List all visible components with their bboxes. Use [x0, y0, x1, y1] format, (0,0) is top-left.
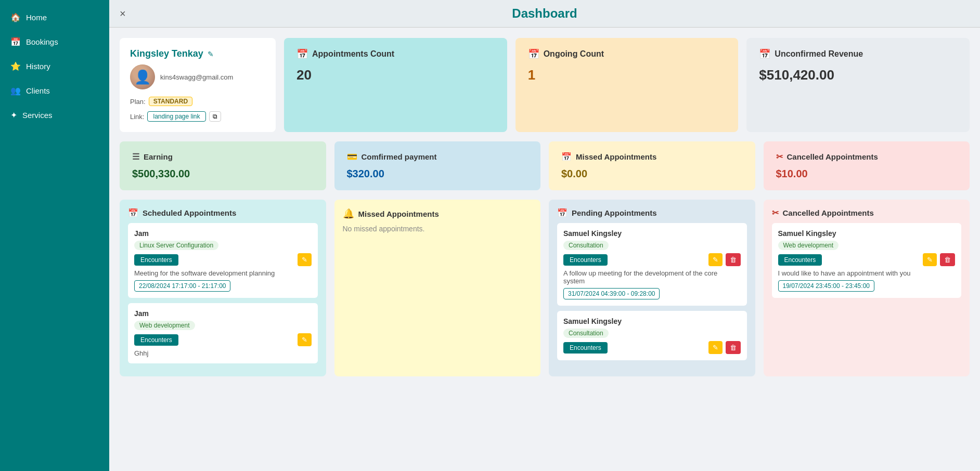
cancelled-appointments-value: $10.00: [776, 168, 958, 180]
header: × Dashboard: [109, 0, 980, 28]
pending-appt-edit-btn-0[interactable]: ✎: [708, 253, 723, 266]
scheduled-appt-row-1: Encounters ✎: [134, 333, 312, 346]
earning-label: Earning: [144, 152, 173, 161]
cancelled-appt-delete-btn-0[interactable]: 🗑: [940, 253, 955, 266]
sidebar-item-home[interactable]: 🏠 Home: [0, 5, 109, 30]
earning-title: ☰ Earning: [132, 152, 314, 162]
ongoing-count-card: 📅 Ongoing Count 1: [515, 38, 739, 132]
pending-appt-row-0: Encounters ✎ 🗑: [563, 253, 741, 266]
pending-appt-encounters-btn-1[interactable]: Encounters: [563, 342, 608, 354]
pending-appt-encounters-btn-0[interactable]: Encounters: [563, 254, 608, 266]
pending-appt-actions-1: ✎ 🗑: [708, 341, 741, 354]
cancelled-appt-time-0: 19/07/2024 23:45:00 - 23:45:00: [778, 280, 874, 292]
appointments-count-icon: 📅: [296, 48, 308, 60]
bookings-icon: 📅: [10, 37, 21, 47]
ongoing-count-value: 1: [528, 67, 726, 83]
appointments-count-card: 📅 Appointments Count 20: [284, 38, 507, 132]
unconfirmed-revenue-title: 📅 Unconfirmed Revenue: [759, 48, 957, 60]
pending-appt-actions-0: ✎ 🗑: [708, 253, 741, 266]
profile-details: kins4swagg@gmail.com: [160, 73, 233, 81]
sidebar-item-history[interactable]: ⭐ History: [0, 54, 109, 78]
scheduled-appt-edit-btn-1[interactable]: ✎: [298, 333, 312, 346]
copy-link-button[interactable]: ⧉: [209, 111, 221, 122]
unconfirmed-revenue-card: 📅 Unconfirmed Revenue $510,420.00: [746, 38, 970, 132]
profile-edit-icon[interactable]: ✎: [208, 50, 214, 58]
appointments-row: 📅 Scheduled Appointments Jam Linux Serve…: [120, 200, 970, 376]
confirmed-payment-icon: 💳: [347, 152, 357, 162]
scheduled-appt-encounters-btn-0[interactable]: Encounters: [134, 254, 178, 266]
scheduled-appt-row-0: Encounters ✎: [134, 253, 312, 266]
pending-appt-edit-btn-1[interactable]: ✎: [708, 341, 723, 354]
sidebar-item-bookings[interactable]: 📅 Bookings: [0, 30, 109, 54]
appointments-count-label: Appointments Count: [312, 49, 394, 59]
scheduled-appointments-icon: 📅: [128, 208, 138, 218]
pending-appt-row-1: Encounters ✎ 🗑: [563, 341, 741, 354]
pending-appt-delete-btn-1[interactable]: 🗑: [726, 341, 741, 354]
cancelled-appointments-icon: ✂: [776, 152, 783, 162]
landing-page-link-button[interactable]: landing page link: [147, 111, 205, 122]
cancelled-appointments-title: ✂ Cancelled Appointments: [776, 152, 958, 162]
sidebar-item-clients[interactable]: 👥 Clients: [0, 78, 109, 103]
unconfirmed-revenue-label: Unconfirmed Revenue: [775, 49, 863, 59]
cancelled-appointments-label: Cancelled Appointments: [787, 152, 878, 161]
no-missed-appointments-text: No missed appointments.: [343, 225, 533, 233]
cancelled-appt-edit-btn-0[interactable]: ✎: [923, 253, 937, 266]
metrics-row: ☰ Earning $500,330.00 💳 Comfirmed paymen…: [120, 141, 970, 190]
profile-plan: Plan: STANDARD: [130, 97, 265, 106]
pending-appointments-label: Pending Appointments: [572, 208, 657, 217]
pending-appt-service-0: Consultation: [563, 241, 609, 250]
scheduled-appt-encounters-btn-1[interactable]: Encounters: [134, 334, 178, 346]
cancelled-appt-encounters-btn-0[interactable]: Encounters: [778, 254, 822, 266]
pending-appointments-title: 📅 Pending Appointments: [557, 208, 747, 218]
ongoing-count-title: 📅 Ongoing Count: [528, 48, 726, 60]
missed-appointments-section-icon: 🔔: [343, 208, 354, 219]
scheduled-appt-service-1: Web development: [134, 321, 195, 330]
pending-appt-delete-btn-0[interactable]: 🗑: [726, 253, 741, 266]
scheduled-appt-edit-btn-0[interactable]: ✎: [298, 253, 312, 266]
cancelled-appointments-card: ✂ Cancelled Appointments $10.00: [764, 141, 970, 190]
pending-appt-name-0: Samuel Kingsley: [563, 229, 741, 238]
scheduled-appt-service-0: Linux Server Configuration: [134, 241, 218, 250]
cancelled-appt-name-0: Samuel Kingsley: [778, 229, 956, 238]
pending-appointments-section: 📅 Pending Appointments Samuel Kingsley C…: [549, 200, 755, 376]
top-row: Kingsley Tenkay ✎ 👤 kins4swagg@gmail.com…: [120, 38, 970, 132]
services-icon: ✦: [10, 110, 17, 120]
profile-email: kins4swagg@gmail.com: [160, 73, 233, 81]
cancelled-appt-actions-0: ✎ 🗑: [923, 253, 955, 266]
profile-name-row: Kingsley Tenkay ✎: [130, 48, 265, 59]
scheduled-appt-name-1: Jam: [134, 309, 312, 318]
sidebar-item-label-clients: Clients: [26, 86, 50, 95]
pending-appt-time-0: 31/07/2024 04:39:00 - 09:28:00: [563, 288, 660, 299]
page-title: Dashboard: [512, 6, 577, 21]
earning-icon: ☰: [132, 152, 139, 162]
sidebar: 🏠 Home 📅 Bookings ⭐ History 👥 Clients ✦ …: [0, 0, 109, 471]
cancelled-appointments-section-title: ✂ Cancelled Appointments: [772, 208, 962, 218]
confirmed-payment-label: Comfirmed payment: [362, 152, 437, 161]
scheduled-appt-time-0: 22/08/2024 17:17:00 - 21:17:00: [134, 280, 230, 292]
unconfirmed-revenue-icon: 📅: [759, 48, 770, 60]
scheduled-appt-card-1: Jam Web development Encounters ✎ Ghhj: [128, 303, 318, 363]
scheduled-appt-desc-0: Meeting for the software development pla…: [134, 269, 312, 277]
main-content: × Dashboard Kingsley Tenkay ✎ 👤 kins4swa…: [109, 0, 980, 471]
pending-appt-card-0: Samuel Kingsley Consultation Encounters …: [557, 223, 747, 306]
avatar: 👤: [130, 64, 155, 89]
pending-appointments-icon: 📅: [557, 208, 568, 218]
missed-appointments-label: Missed Appointments: [576, 152, 656, 161]
scheduled-appointments-label: Scheduled Appointments: [143, 208, 236, 217]
sidebar-item-label-history: History: [26, 62, 50, 71]
missed-appointments-title: 📅 Missed Appointments: [561, 152, 743, 162]
confirmed-payment-value: $320.00: [347, 168, 528, 180]
dashboard: Kingsley Tenkay ✎ 👤 kins4swagg@gmail.com…: [109, 28, 980, 387]
sidebar-item-services[interactable]: ✦ Services: [0, 103, 109, 127]
clients-icon: 👥: [10, 86, 21, 96]
cancelled-appt-service-0: Web development: [778, 241, 839, 250]
pending-appt-service-1: Consultation: [563, 329, 609, 338]
sidebar-item-label-services: Services: [22, 111, 53, 120]
close-button[interactable]: ×: [120, 8, 126, 20]
scheduled-appointments-section: 📅 Scheduled Appointments Jam Linux Serve…: [120, 200, 326, 376]
pending-appt-card-1: Samuel Kingsley Consultation Encounters …: [557, 311, 747, 360]
profile-name: Kingsley Tenkay: [130, 48, 203, 59]
home-icon: 🏠: [10, 12, 21, 22]
history-icon: ⭐: [10, 61, 21, 71]
ongoing-count-icon: 📅: [528, 48, 539, 60]
